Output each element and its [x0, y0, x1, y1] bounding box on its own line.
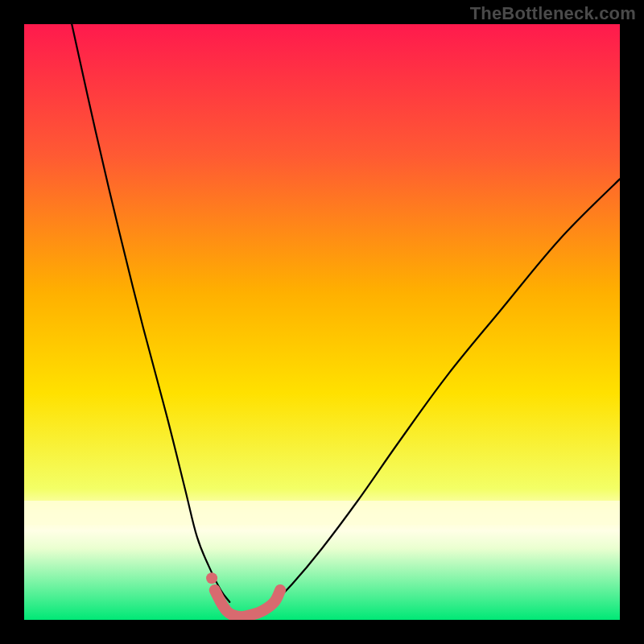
valley-marker — [206, 572, 217, 584]
chart-svg — [24, 24, 620, 620]
plot-area — [24, 24, 620, 620]
chart-frame: TheBottleneck.com — [0, 0, 644, 644]
watermark-text: TheBottleneck.com — [470, 3, 636, 24]
gradient-bg — [24, 24, 620, 620]
highlight-band — [24, 501, 620, 525]
marker-dot — [206, 572, 217, 584]
